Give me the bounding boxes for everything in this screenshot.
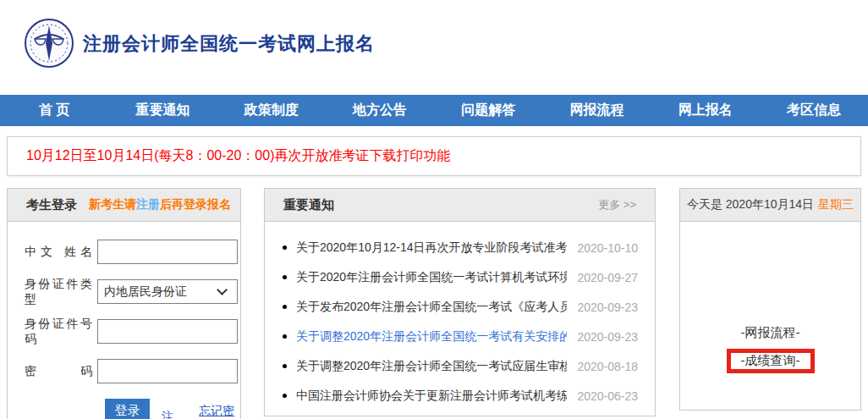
id-type-select[interactable]: 内地居民身份证 bbox=[97, 279, 238, 304]
forgot-password-link[interactable]: 忘记密码 bbox=[199, 404, 240, 419]
register-link[interactable]: 注册 bbox=[162, 410, 182, 419]
notice-date: 2020-08-18 bbox=[577, 360, 638, 373]
today-panel: 今天是 2020年10月14日 星期三 -网报流程- -成绩查询- bbox=[679, 188, 861, 411]
nav-item-home[interactable]: 首 页 bbox=[0, 95, 108, 126]
today-date: 今天是 2020年10月14日 bbox=[687, 197, 814, 212]
nav-item-faq[interactable]: 问题解答 bbox=[434, 95, 542, 126]
password-input[interactable] bbox=[97, 359, 238, 383]
login-button[interactable]: 登录 bbox=[105, 399, 150, 419]
bullet-icon bbox=[283, 364, 287, 368]
today-weekday: 星期三 bbox=[818, 197, 854, 212]
notices-title: 重要通知 bbox=[283, 197, 334, 213]
bullet-icon bbox=[283, 334, 287, 339]
new-user-hint-prefix: 新考生请 bbox=[89, 197, 136, 211]
notice-link[interactable]: 关于2020年注册会计师全国统一考试计算机考试环境下故障... bbox=[296, 270, 567, 285]
notice-link[interactable]: 关于发布2020年注册会计师全国统一考试《应考人员安全承... bbox=[296, 300, 567, 315]
bullet-icon bbox=[283, 305, 287, 309]
bullet-icon bbox=[283, 394, 287, 398]
bullet-icon bbox=[283, 275, 287, 279]
quick-links: -网报流程- -成绩查询- bbox=[680, 222, 860, 410]
name-input[interactable] bbox=[97, 240, 238, 264]
notice-item: 关于2020年10月12-14日再次开放专业阶段考试准考... 2020-10-… bbox=[283, 233, 638, 262]
id-number-label: 身份证件号码 bbox=[25, 317, 92, 347]
score-query-link[interactable]: -成绩查询- bbox=[741, 353, 800, 369]
registration-process-link[interactable]: -网报流程- bbox=[680, 325, 860, 341]
notice-item: 关于2020年注册会计师全国统一考试计算机考试环境下故障... 2020-09-… bbox=[283, 262, 638, 292]
alert-text: 10月12日至10月14日(每天8：00-20：00)再次开放准考证下载打印功能 bbox=[26, 147, 450, 165]
new-user-register-link[interactable]: 注册 bbox=[136, 197, 160, 211]
nav-item-online-registration[interactable]: 网上报名 bbox=[651, 95, 760, 126]
login-title: 考生登录 bbox=[26, 197, 77, 213]
nav-item-local-announcements[interactable]: 地方公告 bbox=[326, 95, 434, 126]
notice-list: 关于2020年10月12-14日再次开放专业阶段考试准考... 2020-10-… bbox=[265, 222, 655, 411]
nav-item-registration-process[interactable]: 网报流程 bbox=[542, 95, 651, 126]
id-type-selected-value: 内地居民身份证 bbox=[104, 284, 187, 300]
login-panel: 考生登录 新考生请注册后再登录报名 中文 姓名 身份证件类型 内地居民身份证 身… bbox=[7, 188, 241, 419]
password-label: 密 码 bbox=[25, 364, 92, 379]
highlight-box: -成绩查询- bbox=[727, 349, 815, 373]
notice-link[interactable]: 关于调整2020年注册会计师全国统一考试应届生审核及准考... bbox=[296, 359, 567, 374]
new-user-hint-suffix: 后再登录报名 bbox=[160, 197, 231, 211]
chevron-down-icon bbox=[217, 284, 228, 295]
site-header: 注册会计师全国统一考试网上报名 bbox=[0, 0, 868, 95]
notice-item: 关于发布2020年注册会计师全国统一考试《应考人员安全承... 2020-09-… bbox=[283, 292, 638, 322]
notices-panel: 重要通知 更多 >> 关于2020年10月12-14日再次开放专业阶段考试准考.… bbox=[264, 188, 656, 416]
id-type-label: 身份证件类型 bbox=[25, 277, 92, 307]
nav-item-policy[interactable]: 政策制度 bbox=[217, 95, 326, 126]
login-form: 中文 姓名 身份证件类型 内地居民身份证 身份证件号码 密 码 登录 注册 bbox=[8, 222, 240, 419]
main-nav: 首 页 重要通知 政策制度 地方公告 问题解答 网报流程 网上报名 考区信息 bbox=[0, 95, 868, 126]
name-label: 中文 姓名 bbox=[25, 245, 92, 260]
today-panel-header: 今天是 2020年10月14日 星期三 bbox=[680, 189, 860, 222]
notice-date: 2020-09-27 bbox=[577, 271, 638, 284]
notice-date: 2020-09-23 bbox=[577, 330, 638, 344]
new-user-hint: 新考生请注册后再登录报名 bbox=[89, 197, 231, 212]
login-panel-header: 考生登录 新考生请注册后再登录报名 bbox=[8, 189, 240, 222]
bullet-icon bbox=[283, 245, 287, 250]
more-link[interactable]: 更多 >> bbox=[598, 197, 636, 212]
notice-date: 2020-09-23 bbox=[577, 300, 638, 314]
nav-item-exam-area-info[interactable]: 考区信息 bbox=[760, 95, 868, 126]
notice-link[interactable]: 关于2020年10月12-14日再次开放专业阶段考试准考... bbox=[296, 240, 567, 256]
notice-date: 2020-10-10 bbox=[577, 241, 638, 255]
notice-item: 中国注册会计师协会关于更新注册会计师考试机考练习网站的公... 2020-06-… bbox=[283, 381, 638, 411]
notice-date: 2020-06-23 bbox=[577, 389, 638, 403]
site-title: 注册会计师全国统一考试网上报名 bbox=[83, 31, 375, 57]
cicpa-logo-icon bbox=[24, 18, 74, 69]
id-number-input[interactable] bbox=[97, 319, 238, 344]
notice-link[interactable]: 中国注册会计师协会关于更新注册会计师考试机考练习网站的公... bbox=[296, 389, 567, 404]
notice-item: 关于调整2020年注册会计师全国统一考试应届生审核及准考... 2020-08-… bbox=[283, 351, 638, 381]
page: 注册会计师全国统一考试网上报名 首 页 重要通知 政策制度 地方公告 问题解答 … bbox=[0, 0, 868, 419]
notice-link[interactable]: 关于调整2020年注册会计师全国统一考试有关安排的公告 bbox=[296, 329, 567, 345]
nav-item-important-notices[interactable]: 重要通知 bbox=[108, 95, 217, 126]
notices-panel-header: 重要通知 更多 >> bbox=[265, 189, 655, 222]
notice-item: 关于调整2020年注册会计师全国统一考试有关安排的公告 2020-09-23 bbox=[283, 322, 638, 351]
alert-bar: 10月12日至10月14日(每天8：00-20：00)再次开放准考证下载打印功能 bbox=[7, 136, 861, 176]
